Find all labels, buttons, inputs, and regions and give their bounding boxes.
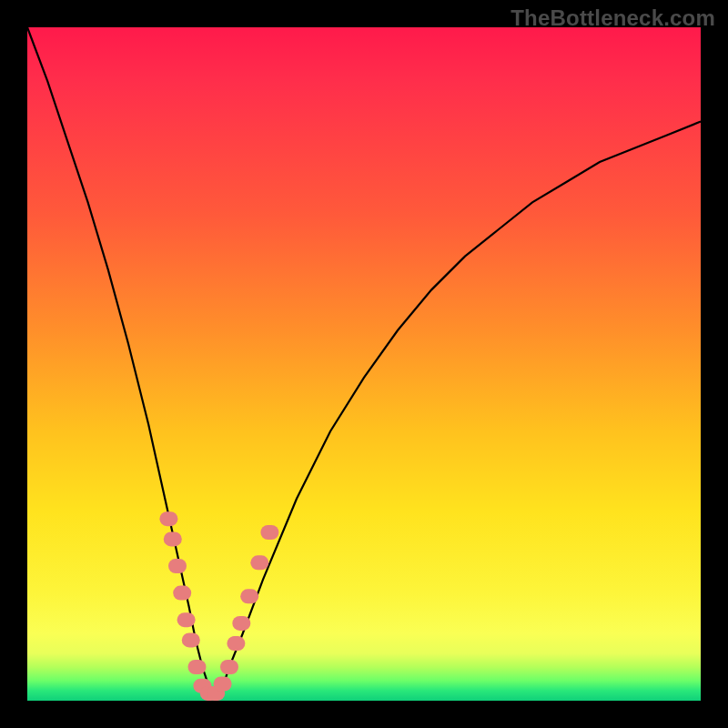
chart-frame: TheBottleneck.com: [0, 0, 728, 728]
chart-svg: [27, 27, 701, 701]
watermark-text: TheBottleneck.com: [511, 5, 715, 31]
curve-markers: [167, 519, 271, 693]
plot-area: [27, 27, 701, 701]
bottleneck-curve: [27, 27, 701, 694]
